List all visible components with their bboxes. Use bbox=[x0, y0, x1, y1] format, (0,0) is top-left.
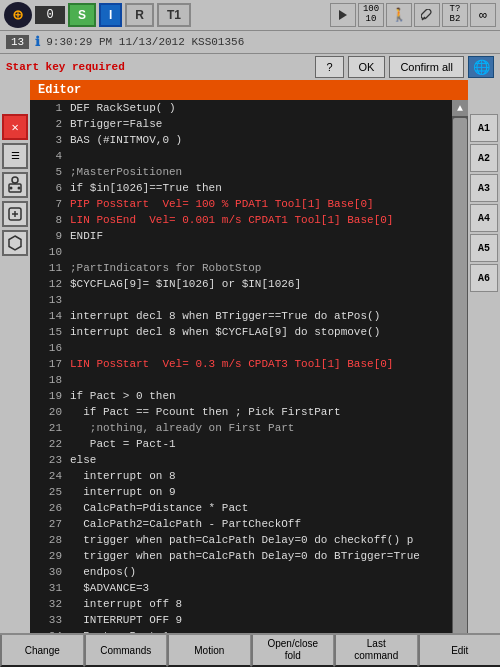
line-number: 19 bbox=[34, 390, 62, 402]
motion-button[interactable]: Motion bbox=[167, 635, 251, 667]
line-number: 22 bbox=[34, 438, 62, 450]
table-row: 29 trigger when path=CalcPath Delay=0 do… bbox=[30, 550, 452, 566]
play-btn[interactable] bbox=[330, 3, 356, 27]
commands-button[interactable]: Commands bbox=[84, 635, 168, 667]
editor: Editor 1DEF RackSetup( )2BTrigger=False3… bbox=[30, 80, 468, 633]
line-content: if Pact == Pcount then ; Pick FirstPart bbox=[70, 406, 341, 418]
sidebar-btn-2[interactable]: ☰ bbox=[2, 143, 28, 169]
counter: 0 bbox=[35, 6, 65, 24]
table-row: 26 CalcPath=Pdistance * Pact bbox=[30, 502, 452, 518]
status-time: 9:30:29 PM 11/13/2012 KSS01356 bbox=[46, 36, 244, 48]
table-row: 33 INTERRUPT OFF 9 bbox=[30, 614, 452, 630]
btn-t1[interactable]: T1 bbox=[157, 3, 191, 27]
line-number: 11 bbox=[34, 262, 62, 274]
line-number: 5 bbox=[34, 166, 62, 178]
line-content: ENDIF bbox=[70, 230, 103, 242]
axis-btn-a1[interactable]: A1 bbox=[470, 114, 498, 142]
table-row: 17LIN PosStart Vel= 0.3 m/s CPDAT3 Tool[… bbox=[30, 358, 452, 374]
infinity-btn[interactable]: ∞ bbox=[470, 3, 496, 27]
table-row: 9ENDIF bbox=[30, 230, 452, 246]
table-row: 31 $ADVANCE=3 bbox=[30, 582, 452, 598]
line-number: 13 bbox=[34, 294, 62, 306]
line-number: 31 bbox=[34, 582, 62, 594]
editor-header: Editor bbox=[30, 80, 468, 100]
line-number: 16 bbox=[34, 342, 62, 354]
counter-display: 10010 bbox=[358, 3, 384, 27]
wrench-icon[interactable] bbox=[414, 3, 440, 27]
line-content: trigger when path=CalcPath Delay=0 do ch… bbox=[70, 534, 413, 546]
table-row: 16 bbox=[30, 342, 452, 358]
btn-r[interactable]: R bbox=[125, 3, 154, 27]
svg-line-1 bbox=[422, 17, 425, 20]
axis-btn-a5[interactable]: A5 bbox=[470, 234, 498, 262]
table-row: 13 bbox=[30, 294, 452, 310]
line-number: 14 bbox=[34, 310, 62, 322]
line-number: 18 bbox=[34, 374, 62, 386]
line-content: endpos() bbox=[70, 566, 136, 578]
line-number: 25 bbox=[34, 486, 62, 498]
sidebar-btn-robot[interactable] bbox=[2, 172, 28, 198]
table-row: 18 bbox=[30, 374, 452, 390]
axis-btn-a6[interactable]: A6 bbox=[470, 264, 498, 292]
table-row: 7PIP PosStart Vel= 100 % PDAT1 Tool[1] B… bbox=[30, 198, 452, 214]
edit-button[interactable]: Edit bbox=[418, 635, 501, 667]
line-content: if $in[1026]==True then bbox=[70, 182, 222, 194]
question-button[interactable]: ? bbox=[315, 56, 343, 78]
table-row: 11;PartIndicators for RobotStop bbox=[30, 262, 452, 278]
line-number: 28 bbox=[34, 534, 62, 546]
ok-button[interactable]: OK bbox=[348, 56, 386, 78]
sidebar-btn-hex[interactable] bbox=[2, 230, 28, 256]
table-row: 22 Pact = Pact-1 bbox=[30, 438, 452, 454]
table-row: 5;MasterPositionen bbox=[30, 166, 452, 182]
sidebar-btn-tool[interactable] bbox=[2, 201, 28, 227]
axis-btn-a4[interactable]: A4 bbox=[470, 204, 498, 232]
line-content: interrupt decl 8 when BTrigger==True do … bbox=[70, 310, 380, 322]
line-number: 15 bbox=[34, 326, 62, 338]
right-sidebar: A1 A2 A3 A4 A5 A6 bbox=[468, 110, 500, 583]
btn-i[interactable]: I bbox=[99, 3, 122, 27]
line-number: 10 bbox=[34, 246, 62, 258]
table-row: 21 ;nothing, already on First Part bbox=[30, 422, 452, 438]
line-content: BAS (#INITMOV,0 ) bbox=[70, 134, 182, 146]
line-content: LIN PosEnd Vel= 0.001 m/s CPDAT1 Tool[1]… bbox=[70, 214, 393, 226]
svg-point-3 bbox=[12, 177, 18, 183]
axis-btn-a3[interactable]: A3 bbox=[470, 174, 498, 202]
status-bar: 13 ℹ 9:30:29 PM 11/13/2012 KSS01356 bbox=[0, 30, 500, 54]
table-row: 10 bbox=[30, 246, 452, 262]
scroll-up-btn[interactable]: ▲ bbox=[452, 100, 468, 116]
change-button[interactable]: Change bbox=[0, 635, 84, 667]
table-row: 23else bbox=[30, 454, 452, 470]
line-number: 17 bbox=[34, 358, 62, 370]
line-number: 3 bbox=[34, 134, 62, 146]
last-command-button[interactable]: Lastcommand bbox=[334, 635, 418, 667]
table-row: 24 interrupt on 8 bbox=[30, 470, 452, 486]
line-number: 1 bbox=[34, 102, 62, 114]
editor-scroll[interactable]: 1DEF RackSetup( )2BTrigger=False3BAS (#I… bbox=[30, 100, 452, 633]
table-row: 12$CYCFLAG[9]= $IN[1026] or $IN[1026] bbox=[30, 278, 452, 294]
line-content: Pact = Pact-1 bbox=[70, 630, 169, 633]
walk-icon[interactable]: 🚶 bbox=[386, 3, 412, 27]
table-row: 1DEF RackSetup( ) bbox=[30, 102, 452, 118]
btn-s[interactable]: S bbox=[68, 3, 96, 27]
editor-title: Editor bbox=[38, 83, 81, 97]
open-close-fold-button[interactable]: Open/closefold bbox=[251, 635, 335, 667]
t2-btn[interactable]: T?B2 bbox=[442, 3, 468, 27]
line-number: 6 bbox=[34, 182, 62, 194]
table-row: 14interrupt decl 8 when BTrigger==True d… bbox=[30, 310, 452, 326]
close-btn[interactable]: ✕ bbox=[2, 114, 28, 140]
scrollbar-thumb[interactable] bbox=[453, 118, 467, 633]
line-content: else bbox=[70, 454, 96, 466]
table-row: 28 trigger when path=CalcPath Delay=0 do… bbox=[30, 534, 452, 550]
center-panel: Editor 1DEF RackSetup( )2BTrigger=False3… bbox=[30, 80, 468, 633]
table-row: 30 endpos() bbox=[30, 566, 452, 582]
table-row: 8LIN PosEnd Vel= 0.001 m/s CPDAT1 Tool[1… bbox=[30, 214, 452, 230]
line-content: $ADVANCE=3 bbox=[70, 582, 149, 594]
bottom-buttons: Change Commands Motion Open/closefold La… bbox=[0, 633, 500, 667]
globe-button[interactable]: 🌐 bbox=[468, 56, 494, 78]
line-content: PIP PosStart Vel= 100 % PDAT1 Tool[1] Ba… bbox=[70, 198, 374, 210]
confirm-all-button[interactable]: Confirm all bbox=[389, 56, 464, 78]
svg-marker-0 bbox=[339, 10, 347, 20]
table-row: 15interrupt decl 8 when $CYCFLAG[9] do s… bbox=[30, 326, 452, 342]
axis-btn-a2[interactable]: A2 bbox=[470, 144, 498, 172]
line-number: 21 bbox=[34, 422, 62, 434]
